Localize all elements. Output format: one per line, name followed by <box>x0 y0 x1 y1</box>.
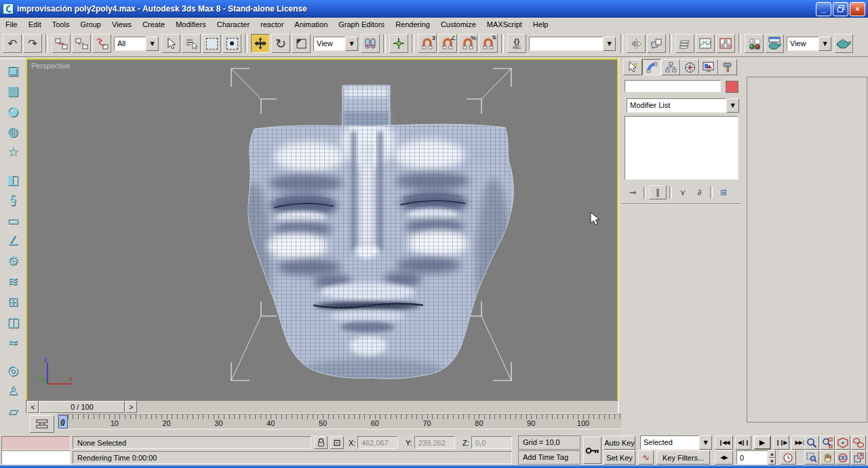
min-max-toggle-button[interactable] <box>851 450 866 465</box>
menu-item[interactable]: Group <box>75 18 106 31</box>
previous-frame-button[interactable]: ◀❙❙ <box>735 435 751 450</box>
track-bar-key-strip[interactable] <box>57 429 621 435</box>
menu-item[interactable]: Help <box>528 18 554 31</box>
select-object-button[interactable] <box>161 34 180 53</box>
select-and-move-button[interactable] <box>251 34 270 53</box>
default-in-out-tangents-button[interactable]: ∿ <box>638 450 654 465</box>
remove-modifier-button[interactable]: ∂ <box>691 186 707 199</box>
menu-item[interactable]: Character <box>212 18 255 31</box>
time-slider-thumb[interactable]: 0 / 100 <box>39 401 125 413</box>
viewport-label[interactable]: Perspective <box>31 62 70 70</box>
menu-item[interactable]: Modifiers <box>170 18 212 31</box>
perspective-viewport[interactable]: Perspective <box>26 58 618 402</box>
spinner-snap-toggle-button[interactable]: ⇅ <box>479 34 498 53</box>
reactor-hinge-icon[interactable]: ∠ <box>3 231 23 250</box>
reactor-preview-animation-icon[interactable]: ◎ <box>3 360 23 379</box>
reactor-motor-icon[interactable]: ⚙ <box>3 251 23 270</box>
modifier-list-dropdown[interactable]: Modifier List ▼ <box>627 98 739 113</box>
angle-snap-toggle-button[interactable]: ∠ <box>438 34 457 53</box>
auto-key-button[interactable]: Auto Key <box>604 435 635 450</box>
pin-stack-button[interactable]: ⊸ <box>625 186 641 199</box>
next-frame-button[interactable]: ❙❙▶ <box>773 435 789 450</box>
spinner-up-icon[interactable]: ▲ <box>768 450 776 458</box>
menu-item[interactable]: Rendering <box>390 18 435 31</box>
restore-button[interactable] <box>833 2 848 16</box>
key-mode-dropdown[interactable]: Selected ▼ <box>640 435 712 450</box>
redo-button[interactable]: ↷ <box>23 34 42 53</box>
maxscript-macro-recorder-pane[interactable] <box>1 436 71 450</box>
set-key-button[interactable]: Set Key <box>604 450 635 465</box>
time-slider[interactable]: < 0 / 100 > <box>26 400 618 414</box>
time-prev-frame-button[interactable]: < <box>27 401 39 413</box>
zoom-all-button[interactable] <box>820 435 835 450</box>
tab-modify[interactable] <box>642 59 661 75</box>
zoom-extents-button[interactable] <box>835 435 850 450</box>
reactor-utilities-icon[interactable]: ▱ <box>3 401 23 420</box>
maxscript-listener-pane[interactable] <box>1 450 71 465</box>
chevron-down-icon[interactable]: ▼ <box>726 98 739 113</box>
select-and-rotate-button[interactable]: ↻ <box>271 34 290 53</box>
snap-toggle-button[interactable]: 3 <box>418 34 437 53</box>
schematic-view-button[interactable] <box>716 34 735 53</box>
reactor-rigid-body-collection-icon[interactable]: ▣ <box>3 60 23 79</box>
minimize-button[interactable]: _ <box>816 2 831 16</box>
reactor-spring-icon[interactable]: § <box>3 190 23 209</box>
tab-display[interactable] <box>699 59 718 75</box>
z-coordinate-field[interactable]: 0,0 <box>471 436 512 449</box>
current-frame-input[interactable] <box>736 450 768 465</box>
quick-render-button[interactable] <box>834 34 853 53</box>
reactor-toy-car-icon[interactable]: ⊞ <box>3 292 23 311</box>
tab-utilities[interactable] <box>718 59 737 75</box>
chevron-down-icon[interactable]: ▼ <box>345 37 358 51</box>
menu-item[interactable]: Views <box>106 18 137 31</box>
percent-snap-toggle-button[interactable]: % <box>458 34 477 53</box>
close-button[interactable]: × <box>850 2 865 16</box>
select-by-name-button[interactable] <box>182 34 201 53</box>
absolute-offset-mode-toggle[interactable]: ⊡ <box>330 436 344 449</box>
y-coordinate-field[interactable]: 239,262 <box>414 436 455 449</box>
key-mode-toggle-button[interactable]: ◀▶ <box>715 450 733 465</box>
reactor-cloth-collection-icon[interactable]: ▩ <box>3 81 23 100</box>
time-configuration-button[interactable] <box>780 450 796 465</box>
tab-create[interactable] <box>623 59 642 75</box>
reactor-fracture-icon[interactable]: ◧ <box>3 170 23 189</box>
bind-to-space-warp-button[interactable] <box>92 34 111 53</box>
named-selection-sets-dropdown[interactable]: ▼ <box>529 37 616 51</box>
menu-item[interactable]: File <box>0 18 23 31</box>
undo-button[interactable]: ↶ <box>3 34 22 53</box>
reactor-water-icon[interactable]: ≈ <box>3 332 23 351</box>
menu-item[interactable]: Graph Editors <box>333 18 390 31</box>
menu-item[interactable]: reactor <box>255 18 289 31</box>
chevron-down-icon[interactable]: ▼ <box>146 37 159 51</box>
zoom-button[interactable] <box>804 435 819 450</box>
key-filters-button[interactable]: Key Filters... <box>656 450 710 465</box>
region-zoom-button[interactable] <box>804 450 819 465</box>
menu-item[interactable]: Customize <box>435 18 481 31</box>
play-animation-button[interactable]: ▶ <box>753 435 771 450</box>
x-coordinate-field[interactable]: 462,067 <box>357 436 398 449</box>
set-keys-button[interactable] <box>583 437 601 464</box>
frame-spinner[interactable]: ▲ ▼ <box>768 450 776 465</box>
chevron-down-icon[interactable]: ▼ <box>818 37 831 51</box>
open-mini-curve-editor-button[interactable] <box>30 415 54 433</box>
reactor-create-ragdoll-icon[interactable]: ♙ <box>3 381 23 399</box>
tab-hierarchy[interactable] <box>661 59 680 75</box>
select-and-manipulate-button[interactable] <box>389 34 408 53</box>
chevron-down-icon[interactable]: ▼ <box>699 435 712 450</box>
use-pivot-point-center-button[interactable] <box>361 34 380 53</box>
edit-named-selection-sets-button[interactable]: {} ABC <box>507 34 526 53</box>
menu-item[interactable]: Animation <box>289 18 333 31</box>
tab-motion[interactable] <box>680 59 699 75</box>
material-editor-button[interactable] <box>745 34 764 53</box>
reactor-soft-body-collection-icon[interactable]: ◕ <box>3 101 23 120</box>
selection-filter-dropdown[interactable]: All ▼ <box>114 37 159 51</box>
window-crossing-toggle-button[interactable] <box>222 34 241 53</box>
spinner-down-icon[interactable]: ▼ <box>768 458 776 465</box>
reactor-dashpot-icon[interactable]: ▭ <box>3 210 23 229</box>
named-selection-input[interactable] <box>529 37 603 51</box>
reactor-wind-icon[interactable]: ≋ <box>3 271 23 290</box>
time-next-frame-button[interactable]: > <box>125 401 137 413</box>
render-type-dropdown[interactable]: View ▼ <box>787 37 831 51</box>
zoom-extents-all-button[interactable] <box>851 435 866 450</box>
reactor-rope-collection-icon[interactable]: ◍ <box>3 121 23 140</box>
